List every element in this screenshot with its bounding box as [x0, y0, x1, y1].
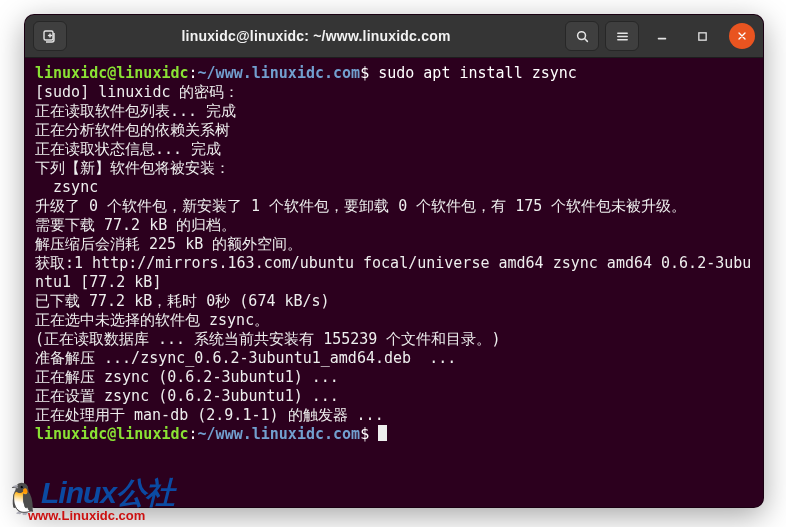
output-line: 解压缩后会消耗 225 kB 的额外空间。 [35, 235, 302, 253]
prompt-user: linuxidc@linuxidc [35, 64, 189, 82]
output-line: (正在读取数据库 ... 系统当前共安装有 155239 个文件和目录。) [35, 330, 500, 348]
command-text: sudo apt install zsync [378, 64, 577, 82]
prompt-path: ~/www.linuxidc.com [198, 64, 361, 82]
close-button[interactable] [729, 23, 755, 49]
search-button[interactable] [565, 21, 599, 51]
titlebar: linuxidc@linuxidc: ~/www.linuxidc.com [25, 15, 763, 58]
output-line: 准备解压 .../zsync_0.6.2-3ubuntu1_amd64.deb … [35, 349, 456, 367]
output-line: 升级了 0 个软件包，新安装了 1 个软件包，要卸载 0 个软件包，有 175 … [35, 197, 686, 215]
prompt-user: linuxidc@linuxidc [35, 425, 189, 443]
prompt-dollar: $ [360, 64, 369, 82]
output-line: 正在分析软件包的依赖关系树 [35, 121, 230, 139]
prompt-dollar: $ [360, 425, 369, 443]
output-line: 获取:1 http://mirrors.163.com/ubuntu focal… [35, 254, 751, 291]
menu-button[interactable] [605, 21, 639, 51]
output-line: 下列【新】软件包将被安装： [35, 159, 230, 177]
output-line: 正在选中未选择的软件包 zsync。 [35, 311, 269, 329]
output-line: 正在设置 zsync (0.6.2-3ubuntu1) ... [35, 387, 339, 405]
prompt-path: ~/www.linuxidc.com [198, 425, 361, 443]
prompt-colon: : [189, 425, 198, 443]
prompt-colon: : [189, 64, 198, 82]
watermark: 🐧Linux公社 www.Linuxidc.com [4, 473, 174, 523]
output-line: 正在解压 zsync (0.6.2-3ubuntu1) ... [35, 368, 339, 386]
output-line: 已下载 77.2 kB，耗时 0秒 (674 kB/s) [35, 292, 330, 310]
output-line: zsync [35, 178, 98, 196]
terminal-window: linuxidc@linuxidc: ~/www.linuxidc.com li… [24, 14, 764, 508]
output-line: 正在处理用于 man-db (2.9.1-1) 的触发器 ... [35, 406, 384, 424]
window-title: linuxidc@linuxidc: ~/www.linuxidc.com [73, 28, 559, 44]
watermark-brand: Linux [41, 476, 116, 510]
output-line: 需要下载 77.2 kB 的归档。 [35, 216, 236, 234]
minimize-button[interactable] [645, 21, 679, 51]
new-tab-button[interactable] [33, 21, 67, 51]
cursor [378, 425, 387, 441]
output-line: [sudo] linuxidc 的密码： [35, 83, 240, 101]
output-line: 正在读取软件包列表... 完成 [35, 102, 236, 120]
maximize-button[interactable] [685, 21, 719, 51]
terminal-body[interactable]: linuxidc@linuxidc:~/www.linuxidc.com$ su… [25, 58, 763, 507]
penguin-icon: 🐧 [4, 484, 41, 514]
svg-rect-2 [698, 32, 705, 39]
output-line: 正在读取状态信息... 完成 [35, 140, 221, 158]
